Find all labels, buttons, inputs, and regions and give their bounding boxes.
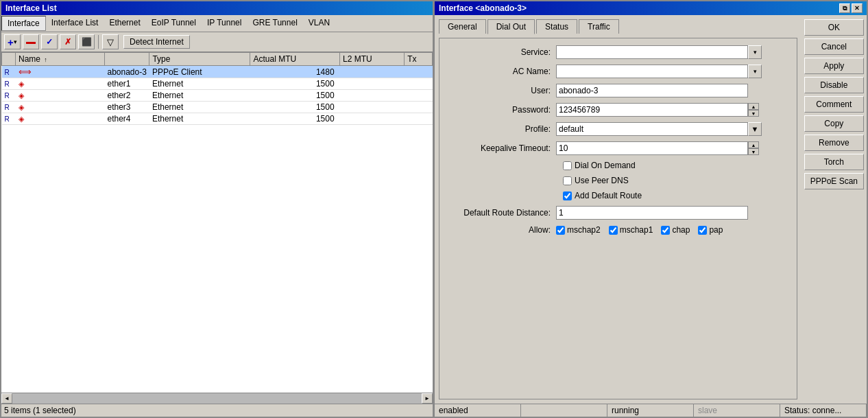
table-row[interactable]: R ◈ ether2 Ethernet 1500 bbox=[2, 90, 433, 102]
ac-name-input[interactable] bbox=[556, 65, 748, 78]
tab-general[interactable]: General bbox=[439, 19, 486, 34]
left-status-bar: 5 items (1 selected) bbox=[1, 404, 433, 417]
ac-name-row: AC Name: ▾ bbox=[446, 65, 790, 78]
row-mtu: 1500 bbox=[250, 102, 340, 113]
add-button[interactable]: + ▾ bbox=[4, 34, 21, 49]
default-route-distance-input[interactable] bbox=[556, 206, 748, 220]
toolbar: + ▾ ✓ ✗ ⬛ ▽ Detect Internet bbox=[1, 32, 433, 52]
row-icon: ⟺ bbox=[16, 66, 105, 78]
filter-icon: ▽ bbox=[107, 37, 114, 47]
keepalive-input[interactable] bbox=[556, 141, 748, 155]
add-icon: + bbox=[8, 36, 14, 48]
ac-name-dropdown-button[interactable]: ▾ bbox=[748, 65, 762, 78]
chap-checkbox[interactable] bbox=[661, 226, 670, 235]
scroll-track[interactable] bbox=[12, 393, 422, 404]
detect-internet-button[interactable]: Detect Internet bbox=[123, 35, 190, 49]
pppoe-icon: ⟺ bbox=[19, 67, 32, 77]
keepalive-up-button[interactable]: ▲ bbox=[748, 141, 759, 148]
table-row[interactable]: R ◈ ether1 Ethernet 1500 bbox=[2, 78, 433, 90]
mschap2-checkbox[interactable] bbox=[556, 226, 565, 235]
add-default-route-row: Add Default Route bbox=[563, 191, 790, 200]
menu-interface[interactable]: Interface bbox=[1, 16, 46, 31]
menu-ip-tunnel[interactable]: IP Tunnel bbox=[202, 16, 247, 31]
user-input[interactable] bbox=[556, 84, 748, 97]
eth-icon: ◈ bbox=[19, 80, 24, 88]
menu-vlan[interactable]: VLAN bbox=[303, 16, 335, 31]
filter-button[interactable]: ▽ bbox=[102, 34, 119, 49]
mschap2-label: mschap2 bbox=[567, 225, 601, 235]
table-row[interactable]: R ⟺ abonado-3 PPPoE Client 1480 bbox=[2, 66, 433, 78]
menu-gre-tunnel[interactable]: GRE Tunnel bbox=[247, 16, 302, 31]
col-tx[interactable]: Tx bbox=[405, 53, 433, 66]
status-text: 5 items (1 selected) bbox=[4, 406, 76, 415]
menu-ethernet[interactable]: Ethernet bbox=[104, 16, 145, 31]
use-peer-dns-checkbox[interactable] bbox=[563, 176, 572, 185]
cancel-button[interactable]: Cancel bbox=[804, 38, 864, 55]
keepalive-down-button[interactable]: ▼ bbox=[748, 148, 759, 155]
keepalive-label: Keepalive Timeout: bbox=[446, 143, 556, 153]
password-up-button[interactable]: ▲ bbox=[748, 103, 759, 110]
pap-checkbox[interactable] bbox=[698, 226, 707, 235]
scroll-right-button[interactable]: ► bbox=[422, 393, 433, 404]
comment-button[interactable]: Comment bbox=[804, 96, 864, 113]
right-title-text: Interface <abonado-3> bbox=[439, 3, 527, 13]
col-type-icon[interactable] bbox=[105, 53, 149, 66]
action-buttons-panel: OK Cancel Apply Disable Comment Copy Rem… bbox=[801, 15, 867, 404]
allow-mschap2: mschap2 bbox=[556, 225, 601, 235]
row-status: R bbox=[2, 102, 16, 113]
tab-status[interactable]: Status bbox=[536, 19, 577, 34]
col-name[interactable]: Name ↑ bbox=[16, 53, 105, 66]
ok-button[interactable]: OK bbox=[804, 19, 864, 36]
status-running: running bbox=[607, 404, 694, 417]
row-name: abonado-3 bbox=[105, 66, 149, 78]
profile-input[interactable] bbox=[556, 122, 748, 136]
eth-icon: ◈ bbox=[19, 103, 24, 111]
row-status: R bbox=[2, 113, 16, 125]
close-button[interactable]: ✕ bbox=[852, 3, 863, 13]
menu-interface-list[interactable]: Interface List bbox=[46, 16, 104, 31]
horizontal-scrollbar[interactable]: ◄ ► bbox=[1, 393, 433, 404]
scroll-left-button[interactable]: ◄ bbox=[1, 393, 12, 404]
add-dropdown-arrow: ▾ bbox=[14, 38, 17, 45]
action-disable-button[interactable]: Disable bbox=[804, 77, 864, 93]
remove-button[interactable]: Remove bbox=[804, 135, 864, 151]
tab-dial-out[interactable]: Dial Out bbox=[487, 19, 535, 34]
row-status: R bbox=[2, 66, 16, 78]
bottom-status-bar: enabled running slave Status: conne... bbox=[435, 404, 867, 417]
table-row[interactable]: R ◈ ether3 Ethernet 1500 bbox=[2, 102, 433, 113]
col-status[interactable] bbox=[2, 53, 16, 66]
profile-dropdown-button[interactable]: ▼ bbox=[748, 122, 762, 136]
row-tx bbox=[405, 102, 433, 113]
col-l2-mtu[interactable]: L2 MTU bbox=[340, 53, 405, 66]
add-default-route-checkbox[interactable] bbox=[563, 191, 572, 200]
user-row: User: bbox=[446, 84, 790, 97]
disable-button[interactable]: ✗ bbox=[60, 34, 76, 49]
pppoe-scan-button[interactable]: PPPoE Scan bbox=[804, 173, 864, 189]
keepalive-input-group: ▲ ▼ bbox=[556, 141, 759, 155]
table-row[interactable]: R ◈ ether4 Ethernet 1500 bbox=[2, 113, 433, 125]
col-actual-mtu[interactable]: Actual MTU bbox=[250, 53, 340, 66]
service-dropdown-button[interactable]: ▾ bbox=[748, 45, 762, 59]
right-window-title: Interface <abonado-3> ⧉ ✕ bbox=[435, 1, 867, 15]
row-l2mtu bbox=[340, 90, 405, 102]
mschap1-checkbox[interactable] bbox=[609, 226, 618, 235]
password-down-button[interactable]: ▼ bbox=[748, 110, 759, 117]
copy-button[interactable]: Copy bbox=[804, 115, 864, 132]
remove-button[interactable] bbox=[23, 34, 39, 49]
tab-traffic[interactable]: Traffic bbox=[579, 19, 619, 34]
menu-eoip-tunnel[interactable]: EoIP Tunnel bbox=[146, 16, 202, 31]
service-input[interactable] bbox=[556, 45, 748, 59]
apply-button[interactable]: Apply bbox=[804, 58, 864, 74]
keepalive-spin-buttons: ▲ ▼ bbox=[748, 141, 759, 155]
copy-toolbar-button[interactable]: ⬛ bbox=[78, 34, 95, 49]
status-empty bbox=[521, 404, 607, 417]
password-input[interactable] bbox=[556, 103, 748, 117]
enable-button[interactable]: ✓ bbox=[41, 34, 58, 49]
row-name: ether1 bbox=[105, 78, 149, 90]
dial-on-demand-checkbox[interactable] bbox=[563, 161, 572, 170]
ac-name-label: AC Name: bbox=[446, 67, 556, 76]
col-type[interactable]: Type bbox=[149, 53, 250, 66]
torch-button[interactable]: Torch bbox=[804, 154, 864, 170]
restore-button[interactable]: ⧉ bbox=[839, 3, 850, 13]
row-type: Ethernet bbox=[149, 113, 250, 125]
